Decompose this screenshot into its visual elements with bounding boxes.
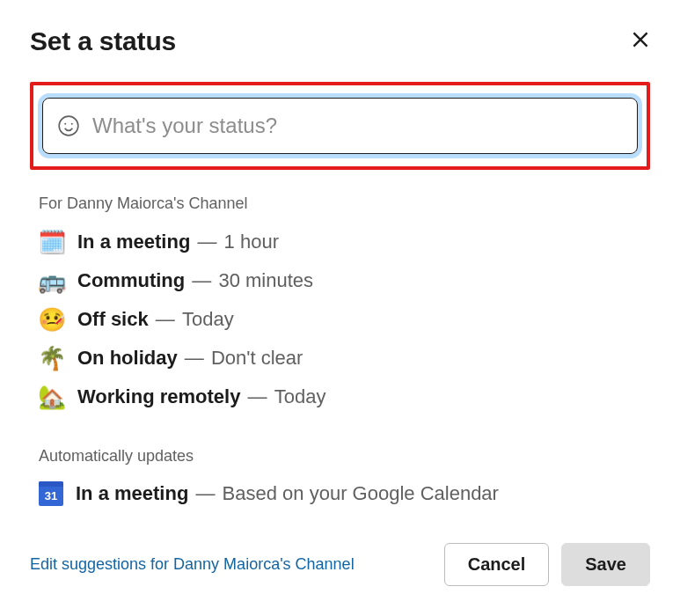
bus-emoji-icon: 🚌 [39,268,65,294]
suggestion-duration: Based on your Google Calendar [223,482,499,504]
google-calendar-icon: 31 [39,481,63,506]
suggestion-sick[interactable]: 🤒 Off sick — Today [39,306,650,333]
auto-suggestion-calendar[interactable]: 31 In a meeting — Based on your Google C… [39,481,650,506]
suggestion-holiday[interactable]: 🌴 On holiday — Don't clear [39,345,650,371]
suggestion-label: Commuting [77,269,185,291]
close-icon [629,28,652,51]
footer-buttons: Cancel Save [444,543,650,586]
input-highlight-box [30,82,650,170]
suggestion-remote[interactable]: 🏡 Working remotely — Today [39,384,650,410]
edit-suggestions-link[interactable]: Edit suggestions for Danny Maiorca's Cha… [30,555,355,574]
dash: — [154,308,182,330]
suggestion-meeting[interactable]: 🗓️ In a meeting — 1 hour [39,229,650,255]
dash: — [246,385,274,407]
suggestion-duration: Today [182,308,234,330]
suggestion-label: Working remotely [77,385,240,407]
dash: — [190,269,218,291]
modal-footer: Edit suggestions for Danny Maiorca's Cha… [30,543,650,586]
svg-point-1 [64,123,66,125]
status-input[interactable] [80,99,637,153]
suggestion-duration: Don't clear [211,347,303,369]
section-label-auto: Automatically updates [39,447,650,466]
auto-suggestion-list: 31 In a meeting — Based on your Google C… [39,481,650,506]
suggestion-duration: 1 hour [224,231,279,253]
section-label-channel: For Danny Maiorca's Channel [39,194,650,213]
modal-title: Set a status [30,26,176,56]
svg-point-2 [71,123,73,125]
suggestion-list: 🗓️ In a meeting — 1 hour 🚌 Commuting — 3… [39,229,650,410]
set-status-modal: Set a status For Danny Maiorca's Channel… [0,0,680,607]
smiley-icon[interactable] [57,114,80,137]
save-button[interactable]: Save [561,543,650,586]
suggestion-label: In a meeting [77,231,190,253]
svg-point-0 [59,116,78,136]
sick-emoji-icon: 🤒 [39,306,65,333]
suggestion-duration: Today [274,385,326,407]
calendar-emoji-icon: 🗓️ [39,229,65,255]
cancel-button[interactable]: Cancel [444,543,550,586]
palm-emoji-icon: 🌴 [39,345,65,371]
suggestion-commuting[interactable]: 🚌 Commuting — 30 minutes [39,268,650,294]
dash: — [194,482,222,504]
suggestion-label: Off sick [77,308,149,330]
suggestion-label: In a meeting [76,482,188,504]
modal-header: Set a status [30,25,650,57]
suggestion-label: On holiday [77,347,178,369]
dash: — [195,231,223,253]
close-button[interactable] [625,25,655,57]
dash: — [183,347,211,369]
status-input-wrap[interactable] [42,98,638,154]
suggestion-duration: 30 minutes [218,269,313,291]
house-emoji-icon: 🏡 [39,384,65,410]
